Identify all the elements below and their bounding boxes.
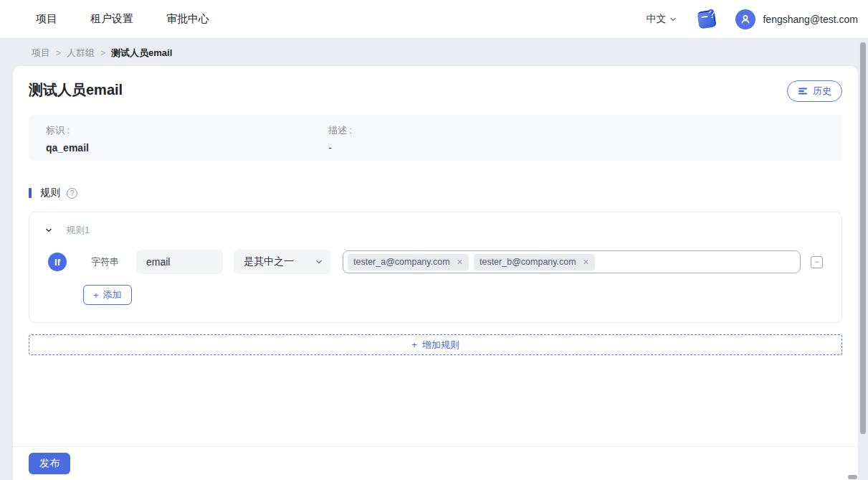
tag-item: tester_a@company.com ✕ bbox=[348, 254, 469, 270]
rules-help-icon[interactable]: ? bbox=[67, 188, 77, 199]
remove-condition-button[interactable]: − bbox=[811, 256, 823, 268]
person-icon bbox=[740, 14, 751, 25]
help-icon[interactable]: ? bbox=[697, 9, 717, 29]
history-button[interactable]: 历史 bbox=[787, 80, 842, 102]
chevron-down-icon bbox=[315, 258, 323, 265]
breadcrumb-item-projects[interactable]: 项目 bbox=[32, 47, 50, 60]
page-title: 测试人员email bbox=[29, 80, 123, 100]
add-rule-button[interactable]: + 增加规则 bbox=[29, 334, 842, 355]
vertical-scrollbar-thumb[interactable] bbox=[860, 42, 866, 434]
language-label: 中文 bbox=[646, 13, 666, 26]
operator-select[interactable]: 是其中之一 bbox=[234, 250, 331, 274]
add-rule-label: 增加规则 bbox=[422, 339, 459, 352]
identifier-label: 标识 : bbox=[46, 124, 328, 137]
top-nav-items: 项目 租户设置 审批中心 bbox=[0, 12, 209, 26]
description-value: - bbox=[328, 142, 352, 154]
tags-input[interactable]: tester_a@company.com ✕ tester_b@company.… bbox=[343, 250, 801, 273]
breadcrumb-current: 测试人员email bbox=[111, 47, 172, 60]
operator-value: 是其中之一 bbox=[244, 255, 294, 268]
top-nav-bar: 项目 租户设置 审批中心 中文 ? fengshang@test.com bbox=[0, 0, 868, 39]
tag-label: tester_a@company.com bbox=[353, 257, 450, 267]
chevron-down-icon bbox=[669, 16, 677, 23]
breadcrumb-separator: > bbox=[100, 48, 105, 58]
tag-item: tester_b@company.com ✕ bbox=[474, 254, 595, 270]
main-content-card: 测试人员email 历史 标识 : qa_email 描述 : - bbox=[13, 66, 858, 480]
plus-icon: + bbox=[93, 290, 99, 301]
field-type-label: 字符串 bbox=[91, 255, 119, 268]
identifier-value: qa_email bbox=[46, 142, 328, 154]
question-mark-icon: ? bbox=[707, 6, 715, 20]
nav-item-approval-center[interactable]: 审批中心 bbox=[166, 12, 209, 26]
meta-info-box: 标识 : qa_email 描述 : - bbox=[29, 115, 842, 161]
plus-icon: + bbox=[411, 339, 417, 350]
nav-item-tenant-settings[interactable]: 租户设置 bbox=[90, 12, 133, 26]
breadcrumb: 项目 > 人群组 > 测试人员email bbox=[0, 39, 858, 67]
nav-item-projects[interactable]: 项目 bbox=[36, 12, 57, 26]
collapse-chevron-icon[interactable] bbox=[45, 227, 52, 234]
add-condition-label: 添加 bbox=[103, 288, 122, 301]
section-accent-bar bbox=[29, 188, 32, 198]
tag-remove-icon[interactable]: ✕ bbox=[457, 258, 463, 267]
history-button-label: 历史 bbox=[813, 85, 831, 98]
rule-condition-row: If 字符串 是其中之一 tester_a@company.com ✕ test… bbox=[45, 250, 826, 274]
rule-card-title: 规则1 bbox=[66, 224, 90, 237]
rule-card: 规则1 If 字符串 是其中之一 tester_a@company.com ✕ … bbox=[29, 212, 842, 323]
horizontal-scrollbar-thumb[interactable] bbox=[848, 475, 857, 479]
description-label: 描述 : bbox=[328, 124, 352, 137]
vertical-scrollbar-track[interactable] bbox=[858, 39, 868, 480]
language-selector[interactable]: 中文 bbox=[646, 13, 677, 26]
breadcrumb-separator: > bbox=[56, 48, 61, 58]
rules-section-title: 规则 bbox=[40, 187, 60, 199]
tag-label: tester_b@company.com bbox=[480, 257, 576, 267]
field-name-input[interactable] bbox=[136, 250, 223, 274]
user-avatar[interactable] bbox=[735, 9, 755, 29]
add-condition-button[interactable]: + 添加 bbox=[83, 285, 132, 305]
rules-section-header: 规则 ? bbox=[29, 187, 842, 199]
history-list-icon bbox=[798, 87, 808, 95]
breadcrumb-item-audience-groups[interactable]: 人群组 bbox=[67, 47, 95, 60]
if-badge: If bbox=[48, 253, 67, 271]
tag-remove-icon[interactable]: ✕ bbox=[583, 258, 589, 267]
footer-bar: 发布 bbox=[13, 446, 858, 480]
top-nav-right: 中文 ? fengshang@test.com bbox=[646, 9, 868, 29]
user-email[interactable]: fengshang@test.com bbox=[763, 14, 858, 25]
publish-button[interactable]: 发布 bbox=[29, 453, 70, 474]
